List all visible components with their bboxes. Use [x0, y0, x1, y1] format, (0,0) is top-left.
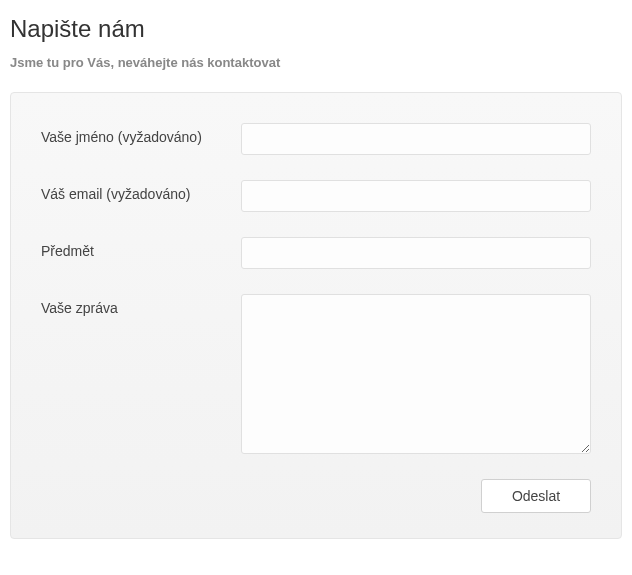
submit-button[interactable]: Odeslat: [481, 479, 591, 513]
page-subtitle: Jsme tu pro Vás, neváhejte nás kontaktov…: [10, 55, 622, 70]
name-row: Vaše jméno (vyžadováno): [41, 123, 591, 155]
name-input[interactable]: [241, 123, 591, 155]
button-row: Odeslat: [41, 479, 591, 513]
email-label: Váš email (vyžadováno): [41, 180, 241, 202]
email-input[interactable]: [241, 180, 591, 212]
email-row: Váš email (vyžadováno): [41, 180, 591, 212]
message-textarea[interactable]: [241, 294, 591, 454]
subject-row: Předmět: [41, 237, 591, 269]
message-label: Vaše zpráva: [41, 294, 241, 316]
subject-label: Předmět: [41, 237, 241, 259]
contact-form-panel: Vaše jméno (vyžadováno) Váš email (vyžad…: [10, 92, 622, 539]
page-title: Napište nám: [10, 15, 622, 43]
subject-input[interactable]: [241, 237, 591, 269]
name-label: Vaše jméno (vyžadováno): [41, 123, 241, 145]
message-row: Vaše zpráva: [41, 294, 591, 454]
